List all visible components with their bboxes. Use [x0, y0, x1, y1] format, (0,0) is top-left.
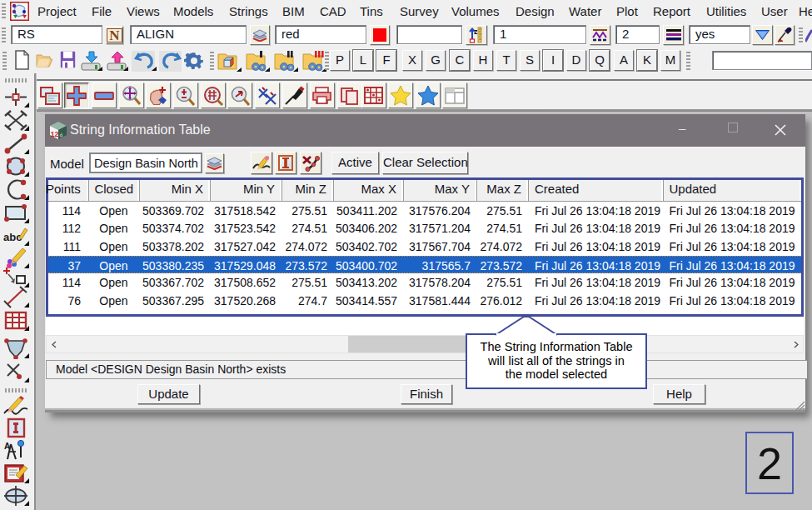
svg-text:A: A	[4, 442, 10, 451]
svg-text:12: 12	[51, 130, 59, 138]
svg-text:z: z	[474, 28, 478, 36]
